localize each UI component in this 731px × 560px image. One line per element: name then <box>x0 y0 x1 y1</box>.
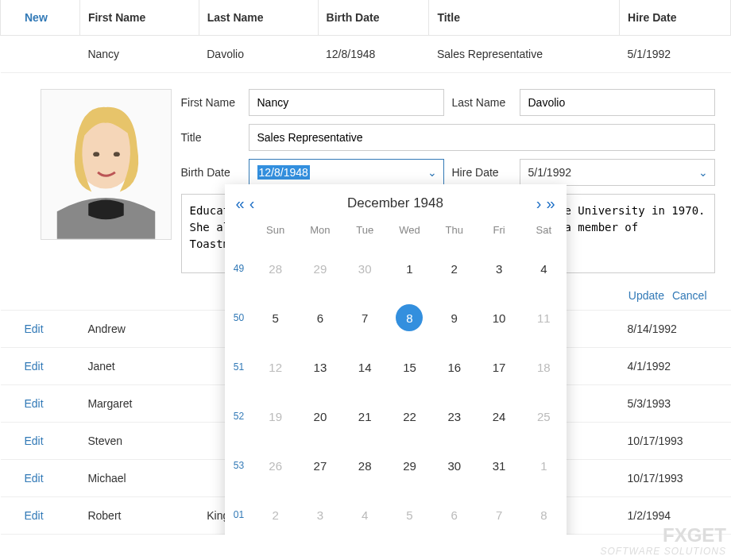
calendar-day[interactable]: 30 <box>432 441 477 490</box>
next-month-icon[interactable]: › <box>536 195 542 211</box>
calendar-day[interactable]: 3 <box>477 244 521 293</box>
calendar-day[interactable]: 15 <box>387 342 431 392</box>
week-number: 50 <box>225 312 253 323</box>
calendar-day[interactable]: 6 <box>298 293 342 342</box>
cell-first-name: Michael <box>79 460 199 497</box>
calendar-day[interactable]: 11 <box>521 293 566 342</box>
cell-first-name: Andrew <box>79 311 199 348</box>
calendar-day[interactable]: 2 <box>253 490 298 535</box>
prev-year-icon[interactable]: « <box>236 195 245 211</box>
edit-button[interactable]: Edit <box>25 434 44 447</box>
cell-hire-date: 5/1/1992 <box>620 36 731 73</box>
cell-first-name: Nancy <box>79 36 199 73</box>
col-header-birth-date[interactable]: Birth Date <box>318 0 429 36</box>
cell-first-name: Robert <box>79 497 199 535</box>
calendar-day[interactable]: 4 <box>342 490 387 535</box>
calendar-day[interactable]: 2 <box>432 244 477 293</box>
hire-date-field[interactable]: 5/1/1992 ⌄ <box>520 159 715 186</box>
calendar-day[interactable]: 24 <box>477 392 521 441</box>
edit-button[interactable]: Edit <box>25 322 44 335</box>
chevron-down-icon[interactable]: ⌄ <box>427 166 437 179</box>
col-header-first-name[interactable]: First Name <box>79 0 199 36</box>
calendar-day[interactable]: 10 <box>477 293 521 342</box>
calendar-day[interactable]: 14 <box>342 342 387 392</box>
birth-date-field[interactable]: 12/8/1948 ⌄ <box>249 159 444 186</box>
calendar-day[interactable]: 6 <box>432 490 477 535</box>
cancel-button[interactable]: Cancel <box>672 289 707 302</box>
edit-button[interactable]: Edit <box>25 509 44 522</box>
date-picker-popup: « ‹ December 1948 › » SunMonTueWedThuFri… <box>225 184 567 535</box>
week-number: 01 <box>225 509 253 520</box>
cell-title: Sales Representative <box>429 36 620 73</box>
calendar-day[interactable]: 26 <box>253 441 298 490</box>
calendar-day[interactable]: 7 <box>477 490 521 535</box>
calendar-day[interactable]: 28 <box>253 244 298 293</box>
cell-first-name: Janet <box>79 348 199 385</box>
cell-hire-date: 5/3/1993 <box>620 385 731 423</box>
last-name-field[interactable] <box>520 89 715 116</box>
calendar-day[interactable]: 29 <box>387 441 431 490</box>
calendar-title[interactable]: December 1948 <box>254 195 536 211</box>
calendar-day[interactable]: 17 <box>477 342 521 392</box>
cell-first-name: Steven <box>79 423 199 460</box>
calendar-day[interactable]: 12 <box>253 342 298 392</box>
calendar-day[interactable]: 8 <box>521 490 566 535</box>
dow-label: Mon <box>298 219 342 244</box>
calendar-day[interactable]: 29 <box>298 244 342 293</box>
dow-label: Thu <box>432 219 477 244</box>
chevron-down-icon[interactable]: ⌄ <box>698 166 708 179</box>
update-button[interactable]: Update <box>629 289 664 302</box>
label-birth-date: Birth Date <box>181 166 241 179</box>
label-title: Title <box>181 131 241 144</box>
label-last-name: Last Name <box>452 96 512 109</box>
avatar <box>41 89 172 240</box>
col-header-hire-date[interactable]: Hire Date <box>620 0 731 36</box>
calendar-day[interactable]: 27 <box>298 441 342 490</box>
title-field[interactable] <box>249 124 715 151</box>
calendar-day[interactable]: 5 <box>253 293 298 342</box>
dow-label: Sat <box>521 219 566 244</box>
edit-button[interactable]: Edit <box>25 397 44 410</box>
calendar-day[interactable]: 13 <box>298 342 342 392</box>
cell-hire-date: 10/17/1993 <box>620 460 731 497</box>
calendar-day[interactable]: 31 <box>477 441 521 490</box>
svg-point-3 <box>113 152 119 156</box>
dow-label: Tue <box>342 219 387 244</box>
calendar-day[interactable]: 4 <box>521 244 566 293</box>
calendar-day[interactable]: 30 <box>342 244 387 293</box>
dow-label: Fri <box>477 219 521 244</box>
calendar-day[interactable]: 16 <box>432 342 477 392</box>
edit-button[interactable]: Edit <box>25 472 44 485</box>
dow-label: Sun <box>253 219 298 244</box>
calendar-day[interactable]: 5 <box>387 490 431 535</box>
edit-button[interactable]: Edit <box>25 360 44 373</box>
calendar-day[interactable]: 23 <box>432 392 477 441</box>
dow-label: Wed <box>387 219 431 244</box>
cell-hire-date: 1/2/1994 <box>620 497 731 535</box>
first-name-field[interactable] <box>249 89 444 116</box>
calendar-day[interactable]: 28 <box>342 441 387 490</box>
calendar-day[interactable]: 8 <box>387 293 431 342</box>
week-number: 51 <box>225 361 253 373</box>
calendar-day[interactable]: 1 <box>521 441 566 490</box>
week-number: 52 <box>225 411 253 422</box>
calendar-day[interactable]: 7 <box>342 293 387 342</box>
prev-month-icon[interactable]: ‹ <box>249 195 255 211</box>
calendar-day[interactable]: 19 <box>253 392 298 441</box>
calendar-day[interactable]: 25 <box>521 392 566 441</box>
calendar-day[interactable]: 3 <box>298 490 342 535</box>
cell-last-name: Davolio <box>199 36 318 73</box>
calendar-day[interactable]: 1 <box>387 244 431 293</box>
svg-point-2 <box>93 152 99 156</box>
calendar-day[interactable]: 20 <box>298 392 342 441</box>
calendar-day[interactable]: 21 <box>342 392 387 441</box>
col-header-last-name[interactable]: Last Name <box>199 0 318 36</box>
label-hire-date: Hire Date <box>452 166 512 179</box>
next-year-icon[interactable]: » <box>546 195 555 211</box>
calendar-day[interactable]: 9 <box>432 293 477 342</box>
calendar-day[interactable]: 22 <box>387 392 431 441</box>
calendar-day[interactable]: 18 <box>521 342 566 392</box>
label-first-name: First Name <box>181 96 241 109</box>
col-header-title[interactable]: Title <box>429 0 620 36</box>
new-button[interactable]: New <box>25 11 48 24</box>
